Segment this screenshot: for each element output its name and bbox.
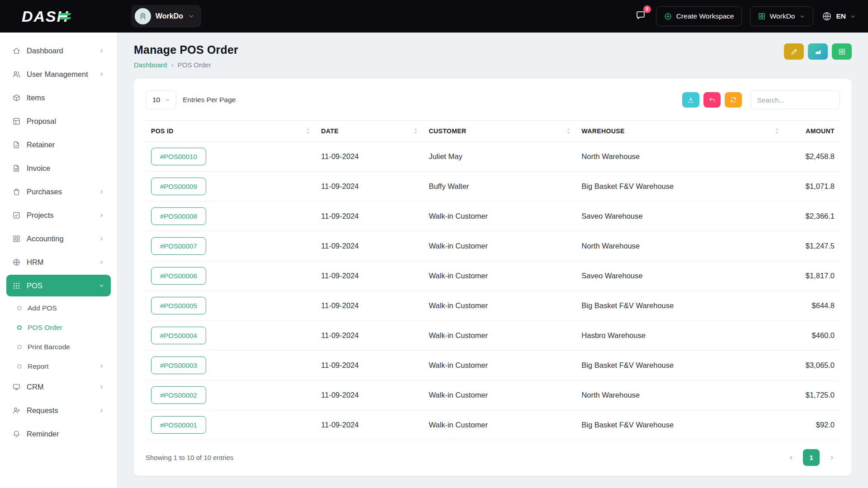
sidebar-item-pos[interactable]: POS	[6, 275, 111, 296]
customer-name: Walk-in Customer	[423, 410, 576, 440]
table-row: #POS00007 11-09-2024 Walk-in Customer No…	[146, 231, 840, 261]
pos-id-link[interactable]: #POS00007	[151, 237, 206, 255]
order-date: 11-09-2024	[316, 142, 423, 172]
sort-icon	[775, 128, 779, 134]
sidebar-item-items[interactable]: Items	[6, 87, 111, 108]
order-date: 11-09-2024	[316, 291, 423, 321]
bullet-icon	[17, 306, 22, 310]
pagination-page-1-button[interactable]: 1	[803, 449, 820, 466]
chevron-right-icon	[98, 71, 105, 78]
column-header-pos-id[interactable]: POS ID	[146, 121, 316, 142]
warehouse-name: North Warehouse	[576, 231, 784, 261]
search-input[interactable]	[750, 90, 840, 109]
sidebar-item-requests[interactable]: Requests	[6, 399, 111, 421]
table-row: #POS00004 11-09-2024 Walk-in Customer Ha…	[146, 321, 840, 351]
user-plus-icon	[12, 406, 21, 415]
table-row: #POS00003 11-09-2024 Walk-in Customer Bi…	[146, 351, 840, 380]
sidebar-subitem-add-pos[interactable]: Add POS	[6, 298, 111, 318]
pos-id-link[interactable]: #POS00010	[151, 148, 206, 165]
sidebar-item-invoice[interactable]: Invoice	[6, 157, 111, 179]
edit-pos-button[interactable]	[784, 43, 804, 60]
pos-grid-button[interactable]	[832, 43, 852, 60]
sidebar-item-dashboard[interactable]: Dashboard	[6, 40, 111, 61]
sidebar-item-crm[interactable]: CRM	[6, 376, 111, 398]
sidebar-subitem-pos-order[interactable]: POS Order	[6, 318, 111, 337]
pagination-next-button[interactable]	[823, 449, 840, 466]
pagination-prev-button[interactable]	[783, 449, 799, 466]
bullet-icon	[17, 364, 22, 369]
order-date: 11-09-2024	[316, 351, 423, 380]
order-date: 11-09-2024	[316, 231, 423, 261]
sidebar-item-purchases[interactable]: Purchases	[6, 181, 111, 202]
sidebar-subitem-label: POS Order	[28, 324, 62, 332]
pos-id-link[interactable]: #POS00009	[151, 178, 206, 195]
breadcrumb-separator-icon: ›	[171, 61, 173, 69]
order-amount: $92.0	[784, 410, 840, 440]
users-icon	[12, 70, 21, 79]
sidebar-subitem-label: Report	[28, 362, 49, 371]
monitor-icon	[12, 383, 21, 391]
warehouse-name: Big Basket F&V Warehouse	[576, 410, 784, 440]
sidebar-item-projects[interactable]: Projects	[6, 204, 111, 226]
column-header-amount[interactable]: AMOUNT	[784, 121, 840, 142]
chevron-right-icon	[98, 363, 105, 370]
language-selector[interactable]: EN	[821, 11, 856, 22]
home-icon	[12, 47, 21, 55]
chevron-down-icon	[849, 13, 856, 20]
topbar: DASH WorkDo 0 Create Workspace	[0, 0, 868, 33]
sidebar-subitem-label: Add POS	[28, 304, 57, 312]
pos-id-link[interactable]: #POS00008	[151, 207, 206, 225]
report-chart-button[interactable]	[808, 43, 828, 60]
sidebar-item-label: Accounting	[27, 235, 64, 243]
reset-button[interactable]	[703, 92, 721, 108]
sidebar-subitem-print-barcode[interactable]: Print Barcode	[6, 337, 111, 357]
pos-id-link[interactable]: #POS00002	[151, 386, 206, 404]
check-square-icon	[12, 211, 21, 220]
dash-logo: DASH	[22, 8, 71, 25]
pagination: 1	[783, 449, 840, 466]
order-amount: $460.0	[784, 321, 840, 351]
customer-name: Walk-in Customer	[423, 202, 576, 231]
column-header-warehouse[interactable]: WAREHOUSE	[576, 121, 784, 142]
refresh-button[interactable]	[725, 92, 742, 108]
building-icon	[135, 8, 151, 24]
column-header-customer[interactable]: CUSTOMER	[423, 121, 576, 142]
entries-per-page-select[interactable]: 10	[146, 90, 176, 109]
grid-icon	[838, 48, 846, 56]
sidebar-item-retainer[interactable]: Retainer	[6, 134, 111, 155]
sidebar-item-hrm[interactable]: HRM	[6, 251, 111, 273]
app-menu-label: WorkDo	[770, 12, 795, 20]
sidebar-item-label: CRM	[27, 383, 44, 391]
pos-id-link[interactable]: #POS00001	[151, 416, 206, 434]
download-icon	[687, 96, 694, 103]
sidebar-subitem-report[interactable]: Report	[6, 357, 111, 376]
sidebar-item-user-management[interactable]: User Management	[6, 63, 111, 85]
pos-id-link[interactable]: #POS00004	[151, 327, 206, 344]
sidebar-item-reminder[interactable]: Reminder	[6, 423, 111, 445]
column-header-date[interactable]: DATE	[316, 121, 423, 142]
pos-id-link[interactable]: #POS00005	[151, 297, 206, 314]
sidebar-item-proposal[interactable]: Proposal	[6, 110, 111, 132]
order-date: 11-09-2024	[316, 321, 423, 351]
chevron-down-icon	[188, 13, 195, 20]
order-amount: $2,366.1	[784, 202, 840, 231]
export-button[interactable]	[682, 92, 699, 108]
customer-name: Walk-in Customer	[423, 351, 576, 380]
pos-id-link[interactable]: #POS00003	[151, 357, 206, 374]
breadcrumb: Dashboard › POS Order	[134, 61, 238, 69]
pos-id-link[interactable]: #POS00006	[151, 267, 206, 285]
order-date: 11-09-2024	[316, 172, 423, 202]
chevron-right-icon	[98, 212, 105, 219]
table-row: #POS00001 11-09-2024 Walk-in Customer Bi…	[146, 410, 840, 440]
bullet-icon	[17, 325, 22, 330]
sidebar-item-label: Dashboard	[27, 47, 63, 55]
sidebar-item-accounting[interactable]: Accounting	[6, 228, 111, 249]
chevron-left-icon	[788, 454, 795, 461]
create-workspace-button[interactable]: Create Workspace	[656, 6, 742, 26]
breadcrumb-dashboard-link[interactable]: Dashboard	[134, 61, 167, 69]
app-menu-button[interactable]: WorkDo	[750, 6, 814, 26]
customer-name: Walk-in Customer	[423, 231, 576, 261]
workspace-switcher[interactable]: WorkDo	[131, 5, 201, 28]
messages-button[interactable]: 0	[633, 8, 648, 24]
edit-pencil-icon	[790, 48, 798, 56]
